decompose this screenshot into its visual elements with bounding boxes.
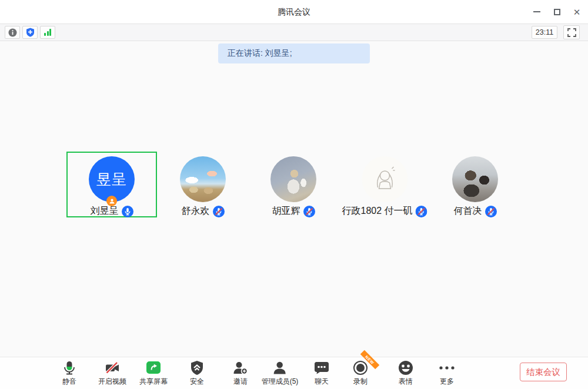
- bottom-toolbar: 静音 开启视频 共享屏幕: [0, 357, 588, 389]
- participant-name: 何首决: [454, 205, 482, 217]
- fullscreen-button[interactable]: [563, 25, 580, 39]
- security-label: 安全: [190, 377, 204, 387]
- mic-muted-icon: [303, 206, 315, 217]
- close-icon: ✕: [573, 8, 581, 16]
- participant-name: 舒永欢: [182, 205, 210, 217]
- avatar-image: [362, 156, 407, 202]
- maximize-button[interactable]: [552, 6, 562, 17]
- participant-tile[interactable]: 舒永欢: [180, 156, 226, 217]
- network-quality-button[interactable]: [40, 26, 55, 39]
- window-title: 腾讯会议: [0, 0, 588, 24]
- security-button[interactable]: 安全: [190, 360, 204, 387]
- share-screen-button[interactable]: 共享屏幕: [139, 360, 168, 387]
- participant-tile[interactable]: 何首决: [452, 156, 498, 217]
- members-icon: [272, 360, 288, 375]
- top-toolbar: 23:11: [0, 24, 588, 41]
- avatar: 昱呈: [89, 156, 135, 202]
- emoji-button[interactable]: 表情: [398, 360, 413, 387]
- participant-tile[interactable]: 胡亚辉: [270, 156, 316, 217]
- start-video-button[interactable]: 开启视频: [98, 360, 126, 387]
- chat-label: 聊天: [315, 377, 329, 387]
- mute-button[interactable]: 静音: [62, 360, 77, 387]
- minimize-button[interactable]: [532, 6, 542, 17]
- shield-icon: [26, 28, 35, 37]
- smiley-icon: [398, 360, 413, 375]
- avatar: [362, 156, 407, 202]
- more-dots-icon: [438, 360, 456, 375]
- mic-muted-icon: [416, 206, 427, 217]
- host-badge-icon: [106, 196, 117, 206]
- invite-person-icon: [233, 360, 249, 375]
- info-icon: [8, 28, 17, 37]
- record-label: 录制: [353, 377, 368, 387]
- security-status-button[interactable]: [22, 26, 38, 39]
- manage-members-button[interactable]: 管理成员(5): [262, 360, 299, 387]
- avatar-image: [180, 156, 226, 202]
- avatar-image: [270, 156, 316, 202]
- end-meeting-button[interactable]: 结束会议: [520, 363, 567, 381]
- meeting-window: 腾讯会议 ✕ 23:11: [0, 0, 588, 389]
- more-label: 更多: [440, 377, 454, 387]
- microphone-icon: [62, 360, 77, 375]
- network-signal-icon: [44, 29, 51, 36]
- record-button[interactable]: NEW 录制: [353, 360, 368, 387]
- security-shield-icon: [190, 360, 204, 375]
- active-speaker-text: 正在讲话: 刘昱呈;: [228, 48, 292, 59]
- share-screen-icon: [146, 360, 161, 375]
- maximize-icon: [554, 9, 560, 15]
- title-bar: 腾讯会议 ✕: [0, 0, 588, 24]
- invite-button[interactable]: 邀请: [233, 360, 249, 387]
- avatar: [270, 156, 316, 202]
- participant-tile[interactable]: 昱呈 刘昱呈: [89, 156, 135, 217]
- close-button[interactable]: ✕: [572, 6, 582, 17]
- participant-tile[interactable]: 行政1802 付一矶: [342, 156, 427, 217]
- window-controls: ✕: [532, 0, 582, 24]
- manage-members-label: 管理成员(5): [262, 377, 299, 387]
- active-speaker-banner: 正在讲话: 刘昱呈;: [218, 43, 370, 63]
- chat-button[interactable]: 聊天: [314, 360, 329, 387]
- record-icon: [353, 360, 368, 375]
- share-screen-label: 共享屏幕: [139, 377, 168, 387]
- fullscreen-icon: [567, 28, 576, 37]
- avatar: [452, 156, 498, 202]
- more-button[interactable]: 更多: [438, 360, 456, 387]
- participant-name: 刘昱呈: [91, 205, 119, 217]
- camera-off-icon: [105, 360, 120, 375]
- start-video-label: 开启视频: [98, 377, 126, 387]
- minimize-icon: [533, 11, 540, 12]
- avatar-image: [452, 156, 498, 202]
- chat-bubble-icon: [314, 360, 329, 375]
- participant-name: 行政1802 付一矶: [342, 205, 412, 217]
- mic-on-icon: [122, 206, 133, 217]
- mic-muted-icon: [213, 206, 225, 217]
- invite-label: 邀请: [233, 377, 248, 387]
- meeting-info-button[interactable]: [5, 26, 20, 39]
- meeting-timer: 23:11: [532, 26, 557, 39]
- mute-label: 静音: [62, 377, 76, 387]
- participant-name: 胡亚辉: [272, 205, 300, 217]
- emoji-label: 表情: [399, 377, 413, 387]
- active-speaker-highlight: 昱呈 刘昱呈: [66, 152, 157, 217]
- mic-muted-icon: [485, 206, 497, 217]
- avatar: [180, 156, 226, 202]
